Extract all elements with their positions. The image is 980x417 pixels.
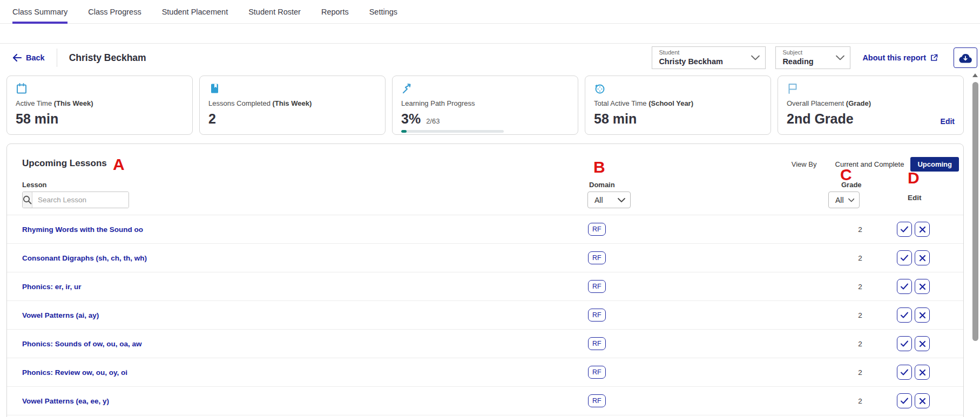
approve-lesson-button[interactable]: [897, 307, 912, 323]
lesson-link[interactable]: Rhyming Words with the Sound oo: [22, 225, 143, 234]
tab-label: Class Progress: [88, 8, 141, 16]
annotation-d: D: [908, 170, 920, 186]
domain-badge: RF: [588, 394, 606, 407]
back-label: Back: [26, 53, 45, 62]
lesson-link[interactable]: Consonant Digraphs (sh, ch, th, wh): [22, 254, 147, 262]
check-icon: [900, 340, 909, 347]
x-icon: [919, 255, 926, 262]
table-row: Rhyming Words with the Sound oo RF 2: [7, 215, 963, 244]
remove-lesson-button[interactable]: [915, 222, 930, 237]
remove-lesson-button[interactable]: [915, 365, 930, 380]
card-value: 3%: [401, 111, 421, 127]
domain-badge: RF: [588, 337, 606, 350]
scroll-up-icon[interactable]: [972, 73, 978, 77]
lesson-link[interactable]: Phonics: Review ow, ou, oy, oi: [22, 368, 127, 377]
card-value: 58 min: [16, 111, 184, 127]
domain-filter-dropdown[interactable]: All: [587, 192, 631, 208]
grade-value: 2: [851, 254, 869, 262]
tab-reports[interactable]: Reports: [321, 0, 349, 23]
back-button[interactable]: Back: [12, 53, 45, 62]
student-dropdown[interactable]: Student Christy Beckham: [652, 46, 766, 69]
row-edit-actions: [897, 365, 930, 380]
approve-lesson-button[interactable]: [897, 365, 912, 380]
calendar-icon: [16, 83, 28, 94]
grade-value: 2: [851, 340, 869, 348]
view-by-option-current-and-complete[interactable]: Current and Complete: [829, 157, 911, 172]
approve-lesson-button[interactable]: [897, 279, 912, 294]
column-header-edit: Edit: [908, 194, 922, 202]
grade-value: 2: [851, 368, 869, 377]
domain-badge: RF: [588, 280, 606, 293]
scrollbar[interactable]: [972, 82, 978, 341]
grade-filter-dropdown[interactable]: All: [828, 192, 860, 208]
remove-lesson-button[interactable]: [915, 307, 930, 323]
remove-lesson-button[interactable]: [915, 250, 930, 265]
row-edit-actions: [897, 222, 930, 237]
lesson-link[interactable]: Vowel Patterns (ai, ay): [22, 311, 99, 319]
tab-label: Reports: [321, 8, 349, 16]
lesson-link[interactable]: Vowel Patterns (ea, ee, y): [22, 397, 109, 405]
card-value: 58 min: [594, 111, 762, 127]
chevron-down-icon: [836, 56, 844, 60]
check-icon: [900, 225, 909, 233]
domain-badge: RF: [588, 223, 606, 236]
grade-value: 2: [851, 311, 869, 319]
x-icon: [919, 369, 926, 376]
card-value: 2nd Grade: [787, 111, 955, 127]
tab-student-roster[interactable]: Student Roster: [248, 0, 301, 23]
approve-lesson-button[interactable]: [897, 222, 912, 237]
check-icon: [900, 283, 909, 290]
domain-filter-value: All: [594, 196, 603, 204]
approve-lesson-button[interactable]: [897, 250, 912, 265]
row-edit-actions: [897, 393, 930, 408]
approve-lesson-button[interactable]: [897, 336, 912, 351]
grade-value: 2: [851, 283, 869, 291]
x-icon: [919, 283, 926, 290]
download-report-button[interactable]: [954, 47, 977, 68]
view-by-label: View By: [792, 160, 817, 168]
tab-label: Settings: [369, 8, 397, 16]
tab-label: Student Roster: [248, 8, 301, 16]
column-header-lesson: Lesson: [22, 181, 47, 189]
remove-lesson-button[interactable]: [915, 279, 930, 294]
remove-lesson-button[interactable]: [915, 393, 930, 408]
edit-placement-link[interactable]: Edit: [941, 117, 955, 126]
card-value: 2: [208, 111, 376, 127]
search-icon: [23, 195, 32, 204]
book-icon: [208, 83, 220, 94]
tab-class-summary[interactable]: Class Summary: [12, 0, 67, 23]
search-button[interactable]: [23, 192, 32, 208]
row-edit-actions: [897, 250, 930, 265]
divider: [57, 49, 57, 67]
lesson-link[interactable]: Phonics: er, ir, ur: [22, 283, 82, 291]
domain-badge: RF: [588, 251, 606, 264]
card-label: Learning Path Progress: [401, 99, 569, 107]
lesson-link[interactable]: Phonics: Sounds of ow, ou, oa, aw: [22, 340, 142, 348]
x-icon: [919, 398, 926, 405]
lesson-search: [22, 192, 129, 208]
x-icon: [919, 340, 926, 347]
check-icon: [900, 368, 909, 376]
card-label: Active Time (This Week): [16, 99, 184, 107]
table-row: Phonics: Review ow, ou, oy, oi RF 2: [7, 358, 963, 387]
tab-student-placement[interactable]: Student Placement: [162, 0, 228, 23]
subject-dropdown[interactable]: Subject Reading: [775, 46, 850, 69]
check-icon: [900, 397, 909, 405]
grade-filter-value: All: [835, 196, 844, 204]
card-lessons-completed: Lessons Completed (This Week) 2: [199, 76, 386, 135]
tab-class-progress[interactable]: Class Progress: [88, 0, 141, 23]
progress-fraction: 2/63: [426, 117, 440, 125]
approve-lesson-button[interactable]: [897, 393, 912, 408]
progress-bar: [401, 130, 504, 133]
about-this-report-link[interactable]: About this report: [862, 53, 938, 62]
chevron-down-icon: [618, 198, 625, 202]
tab-settings[interactable]: Settings: [369, 0, 397, 23]
view-by-option-upcoming[interactable]: Upcoming: [910, 157, 959, 172]
remove-lesson-button[interactable]: [915, 336, 930, 351]
search-lesson-input[interactable]: [32, 192, 129, 208]
card-overall-placement: Overall Placement (Grade) 2nd Grade Edit: [778, 76, 964, 135]
tab-label: Student Placement: [162, 8, 228, 16]
table-row: Phonics: Sounds of ow, ou, oa, aw RF 2: [7, 330, 963, 358]
chevron-down-icon: [751, 56, 760, 60]
annotation-b: B: [593, 159, 605, 175]
